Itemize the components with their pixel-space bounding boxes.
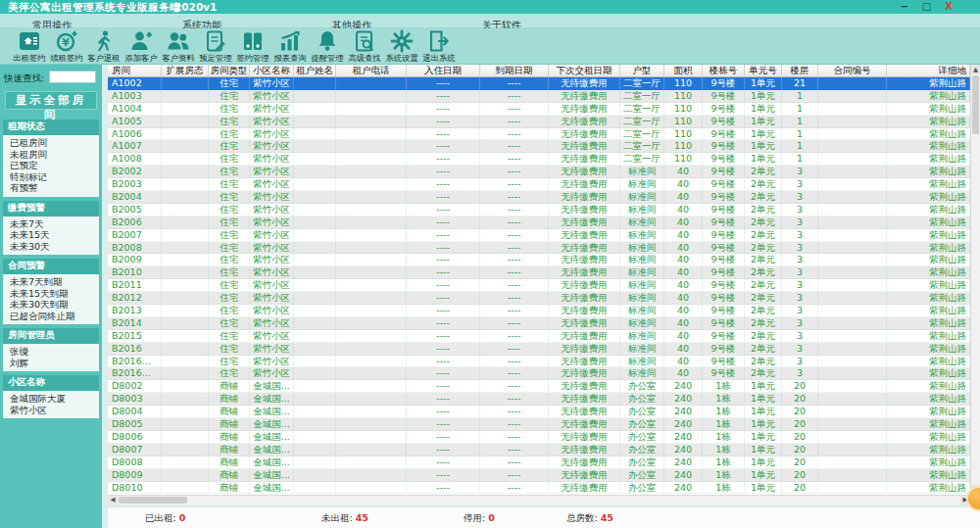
table-row[interactable]: B2016住宅紫竹小区--------无待缴费用标准间409号楼2单元3紫荆山路 bbox=[108, 343, 970, 356]
status-label: 停用: bbox=[464, 512, 485, 523]
toolbar-button-customer-files[interactable]: 客户资料 bbox=[160, 28, 197, 65]
column-header[interactable]: 户型 bbox=[620, 65, 664, 77]
sidebar-item[interactable]: 未来7天 bbox=[3, 218, 99, 230]
table-row[interactable]: A1004住宅紫竹小区--------无待缴费用二室一厅1109号楼1单元1紫荆… bbox=[108, 103, 970, 116]
column-header[interactable]: 到期日期 bbox=[480, 65, 549, 77]
toolbar-button-contract-manage[interactable]: 签约管理 bbox=[234, 28, 271, 65]
table-row[interactable]: B2015住宅紫竹小区--------无待缴费用标准间409号楼2单元3紫荆山路 bbox=[108, 330, 970, 343]
table-cell bbox=[294, 482, 336, 495]
sidebar-item[interactable]: 已超合同终止期 bbox=[3, 311, 99, 322]
toolbar-button-add-customer[interactable]: 添加客户 bbox=[122, 28, 160, 65]
column-header[interactable]: 租户电话 bbox=[336, 65, 407, 77]
table-row[interactable]: B2003住宅紫竹小区--------无待缴费用标准间409号楼2单元3紫荆山路 bbox=[108, 178, 970, 191]
column-header[interactable]: 下次交租日期 bbox=[549, 65, 620, 77]
table-row[interactable]: D8004商铺金城国...--------无待缴费用办公室2401栋1单元20紫… bbox=[108, 406, 970, 418]
table-row[interactable]: D8010商铺金城国...--------无待缴费用办公室2401栋1单元20紫… bbox=[108, 482, 970, 495]
table-row[interactable]: D8009商铺金城国...--------无待缴费用办公室2401栋1单元20紫… bbox=[108, 469, 970, 482]
table-row[interactable]: D8008商铺金城国...--------无待缴费用办公室2401栋1单元20紫… bbox=[108, 456, 970, 469]
table-cell bbox=[336, 116, 407, 128]
sidebar-item[interactable]: 已预定 bbox=[3, 160, 99, 171]
column-header[interactable]: 房间类型 bbox=[209, 65, 250, 77]
sidebar-item[interactable]: 刘辉 bbox=[3, 358, 99, 369]
table-row[interactable]: A1007住宅紫竹小区--------无待缴费用二室一厅1109号楼1单元1紫荆… bbox=[108, 140, 970, 153]
table-row[interactable]: B2014住宅紫竹小区--------无待缴费用标准间409号楼2单元3紫荆山路 bbox=[108, 317, 970, 330]
table-cell: ---- bbox=[480, 356, 549, 368]
sidebar-item[interactable]: 张缦 bbox=[3, 346, 99, 358]
table-cell: 3 bbox=[782, 254, 818, 266]
column-header[interactable]: 单元号 bbox=[745, 65, 782, 77]
sidebar-item[interactable]: 已租房间 bbox=[3, 137, 99, 149]
table-row[interactable]: B2011住宅紫竹小区--------无待缴费用标准间409号楼2单元3紫荆山路 bbox=[108, 279, 970, 292]
table-row[interactable]: D8002商铺金城国...--------无待缴费用办公室2401栋1单元20紫… bbox=[108, 380, 970, 393]
horizontal-scroll-thumb[interactable] bbox=[119, 497, 187, 504]
sidebar-item[interactable]: 未来15天到期 bbox=[3, 288, 99, 300]
sidebar-item[interactable]: 未来30天到期 bbox=[3, 299, 99, 311]
table-row[interactable]: B2016...住宅紫竹小区--------无待缴费用标准间409号楼2单元3紫… bbox=[108, 356, 970, 368]
table-row[interactable]: B2010住宅紫竹小区--------无待缴费用标准间409号楼2单元3紫荆山路 bbox=[108, 266, 970, 279]
column-header[interactable]: 入住日期 bbox=[407, 65, 480, 77]
toolbar-button-exit-door[interactable]: 退出系统 bbox=[420, 28, 458, 65]
vertical-scrollbar[interactable]: ▲ ▼ bbox=[970, 65, 980, 495]
sidebar-item[interactable]: 未租房间 bbox=[3, 149, 99, 161]
toolbar-button-report-chart[interactable]: 报表查询 bbox=[271, 28, 309, 65]
toolbar-button-settings-gear[interactable]: 系统设置 bbox=[383, 28, 420, 65]
column-header[interactable]: 合同编号 bbox=[818, 65, 887, 77]
vertical-scroll-thumb[interactable] bbox=[972, 75, 979, 134]
table-row[interactable]: B2008住宅紫竹小区--------无待缴费用标准间409号楼2单元3紫荆山路 bbox=[108, 242, 970, 255]
table-cell: 紫竹小区 bbox=[250, 204, 294, 216]
column-header[interactable]: 详细地 bbox=[887, 65, 970, 77]
table-row[interactable]: D8003商铺金城国...--------无待缴费用办公室2401栋1单元20紫… bbox=[108, 393, 970, 406]
toolbar-button-rent-contract[interactable]: 出租签约 bbox=[11, 28, 48, 65]
table-row[interactable]: A1006住宅紫竹小区--------无待缴费用二室一厅1109号楼1单元1紫荆… bbox=[108, 128, 970, 141]
toolbar-button-reminder-bell[interactable]: 提醒管理 bbox=[309, 28, 346, 65]
table-header-row: 房间扩展房态房间类型小区名称租户姓名租户电话入住日期到期日期下次交租日期户型面积… bbox=[108, 65, 970, 77]
table-row[interactable]: B2016...住宅紫竹小区--------无待缴费用标准间409号楼2单元3紫… bbox=[108, 367, 970, 380]
minimize-button[interactable]: − bbox=[900, 0, 907, 14]
column-header[interactable]: 小区名称 bbox=[250, 65, 294, 77]
table-row[interactable]: B2005住宅紫竹小区--------无待缴费用标准间409号楼2单元3紫荆山路 bbox=[108, 204, 970, 216]
table-row[interactable]: A1002住宅紫竹小区--------无待缴费用二室一厅1109号楼1单元21紫… bbox=[108, 77, 970, 90]
table-row[interactable]: A1003住宅紫竹小区--------无待缴费用二室一厅1109号楼1单元1紫荆… bbox=[108, 90, 970, 103]
toolbar-button-advanced-search[interactable]: 高级查找 bbox=[346, 28, 383, 65]
column-header[interactable]: 扩展房态 bbox=[162, 65, 209, 77]
table-row[interactable]: D8007商铺金城国...--------无待缴费用办公室2401栋1单元20紫… bbox=[108, 444, 970, 456]
column-header[interactable]: 面积 bbox=[664, 65, 703, 77]
table-cell bbox=[294, 103, 336, 116]
toolbar-button-renew-contract[interactable]: ¥续租签约 bbox=[48, 28, 85, 65]
sidebar-item[interactable]: 金城国际大厦 bbox=[3, 393, 99, 405]
column-header[interactable]: 租户姓名 bbox=[294, 65, 336, 77]
table-cell: 紫荆山路 bbox=[887, 279, 970, 292]
sidebar-item[interactable]: 未来7天到期 bbox=[3, 276, 99, 288]
table-row[interactable]: B2004住宅紫竹小区--------无待缴费用标准间409号楼2单元3紫荆山路 bbox=[108, 191, 970, 204]
table-row[interactable]: B2002住宅紫竹小区--------无待缴费用标准间409号楼2单元3紫荆山路 bbox=[108, 166, 970, 178]
table-row[interactable]: B2009住宅紫竹小区--------无待缴费用标准间409号楼2单元3紫荆山路 bbox=[108, 254, 970, 266]
toolbar-button-tenant-checkout[interactable]: 客户退租 bbox=[85, 28, 122, 65]
sidebar-item[interactable]: 紫竹小区 bbox=[3, 405, 99, 416]
column-header[interactable]: 楼层 bbox=[782, 65, 818, 77]
toolbar-button-booking-manage[interactable]: 预定管理 bbox=[197, 28, 234, 65]
show-all-rooms-button[interactable]: 显示全部房间 bbox=[5, 91, 97, 110]
table-row[interactable]: B2012住宅紫竹小区--------无待缴费用标准间409号楼2单元3紫荆山路 bbox=[108, 292, 970, 305]
table-row[interactable]: B2006住宅紫竹小区--------无待缴费用标准间409号楼2单元3紫荆山路 bbox=[108, 216, 970, 229]
table-row[interactable]: A1008住宅紫竹小区--------无待缴费用二室一厅1109号楼1单元1紫荆… bbox=[108, 153, 970, 166]
sidebar-item[interactable]: 未来15天 bbox=[3, 229, 99, 241]
table-row[interactable]: D8005商铺金城国...--------无待缴费用办公室2401栋1单元20紫… bbox=[108, 418, 970, 431]
horizontal-scrollbar[interactable]: ◀ ▶ bbox=[108, 495, 970, 504]
column-header[interactable]: 楼栋号 bbox=[703, 65, 745, 77]
table-row[interactable]: B2013住宅紫竹小区--------无待缴费用标准间409号楼2单元3紫荆山路 bbox=[108, 305, 970, 317]
scroll-left-button[interactable]: ◀ bbox=[108, 496, 118, 504]
close-button[interactable]: X bbox=[945, 0, 953, 14]
sidebar-item[interactable]: 未来30天 bbox=[3, 241, 99, 253]
table-cell: 办公室 bbox=[620, 444, 664, 456]
table-row[interactable]: D8006商铺金城国...--------无待缴费用办公室2401栋1单元20紫… bbox=[108, 431, 970, 444]
table-row[interactable]: A1005住宅紫竹小区--------无待缴费用二室一厅1109号楼1单元1紫荆… bbox=[108, 116, 970, 128]
sidebar-item[interactable]: 特别标记 bbox=[3, 171, 99, 183]
sidebar-item[interactable]: 有预警 bbox=[3, 182, 99, 194]
maximize-button[interactable]: □ bbox=[922, 0, 931, 14]
scroll-up-button[interactable]: ▲ bbox=[971, 65, 980, 74]
table-cell bbox=[818, 279, 887, 292]
quick-find-input[interactable] bbox=[49, 71, 96, 83]
table-cell: A1006 bbox=[108, 128, 162, 141]
table-row[interactable]: B2007住宅紫竹小区--------无待缴费用标准间409号楼2单元3紫荆山路 bbox=[108, 229, 970, 242]
column-header[interactable]: 房间 bbox=[108, 65, 162, 77]
